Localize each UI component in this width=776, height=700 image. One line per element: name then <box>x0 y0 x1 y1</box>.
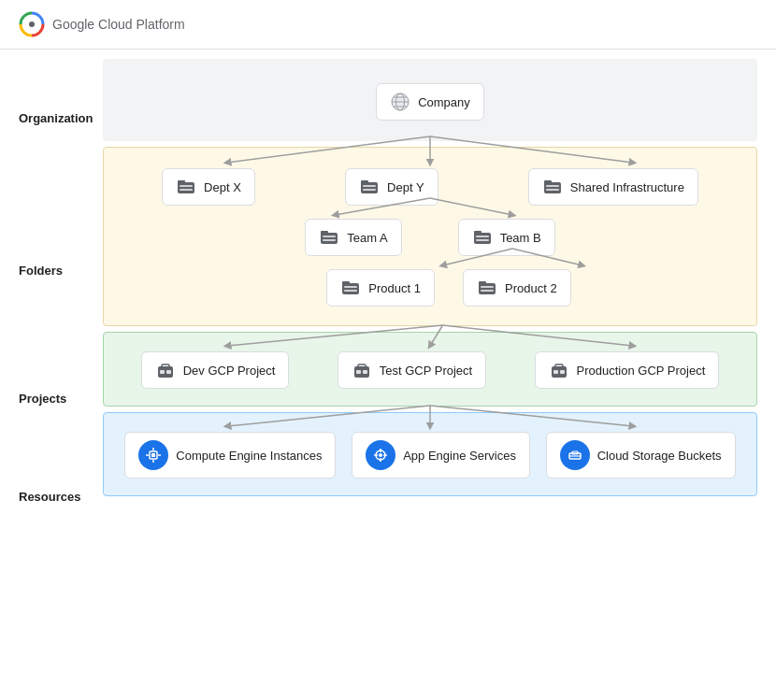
product-1-label: Product 1 <box>368 281 421 295</box>
appengine-label: App Engine Services <box>403 449 516 463</box>
dev-project-node: Dev GCP Project <box>141 351 290 389</box>
svg-rect-40 <box>479 281 486 285</box>
svg-rect-42 <box>481 290 494 292</box>
app-engine-icon <box>371 446 390 464</box>
appengine-resource-node: App Engine Services <box>352 432 530 479</box>
storage-icon <box>560 440 590 470</box>
diagram-wrapper: Company <box>103 59 757 496</box>
svg-rect-36 <box>342 281 350 285</box>
company-label: Company <box>418 95 470 109</box>
storage-resource-node: Cloud Storage Buckets <box>546 432 736 479</box>
briefcase-icon-3 <box>549 360 569 380</box>
product-2-label: Product 2 <box>505 281 557 295</box>
product-to-project-arrows <box>113 325 747 350</box>
projects-label: Projects <box>19 392 103 406</box>
test-project-node: Test GCP Project <box>338 351 486 389</box>
svg-rect-27 <box>323 236 336 237</box>
compute-label: Compute Engine Instances <box>176 449 322 463</box>
folder-icon-2 <box>359 177 380 197</box>
gcp-logo: Google Cloud Platform <box>19 11 185 37</box>
projects-section: Dev GCP Project Test GCP Project <box>103 332 757 407</box>
company-node: Company <box>376 83 484 121</box>
folder-icon-4 <box>319 227 339 248</box>
svg-line-24 <box>430 198 512 215</box>
folder-icon-5 <box>472 227 493 248</box>
svg-rect-49 <box>166 370 171 374</box>
svg-rect-28 <box>323 239 336 241</box>
svg-rect-52 <box>356 370 361 374</box>
svg-rect-48 <box>160 370 165 374</box>
dev-project-label: Dev GCP Project <box>183 364 276 378</box>
folder-icon-6 <box>340 278 361 298</box>
svg-rect-20 <box>544 180 552 184</box>
folders-section: Dept X Dept Y <box>103 147 757 326</box>
svg-point-2 <box>29 21 35 27</box>
storage-label: Cloud Storage Buckets <box>597 449 722 463</box>
svg-line-34 <box>512 249 582 265</box>
folder-icon-3 <box>542 177 563 197</box>
team-b-label: Team B <box>500 231 541 245</box>
svg-rect-32 <box>476 239 489 241</box>
diagram-area: Company <box>103 59 757 691</box>
logo-text: Google Cloud Platform <box>52 17 185 32</box>
team-to-product-arrows <box>113 249 747 269</box>
svg-line-58 <box>227 406 430 426</box>
dept-to-team-arrows <box>113 198 747 219</box>
product-1-node: Product 1 <box>326 269 435 307</box>
appengine-icon <box>366 440 395 470</box>
svg-rect-16 <box>361 180 368 184</box>
folders-label: Folders <box>19 264 103 278</box>
svg-rect-14 <box>180 189 193 191</box>
compute-icon <box>138 440 168 470</box>
header: Google Cloud Platform <box>0 0 776 50</box>
org-section: Company <box>103 59 757 141</box>
folder-icon <box>176 177 196 197</box>
briefcase-icon-2 <box>352 360 372 380</box>
test-project-label: Test GCP Project <box>380 364 472 378</box>
svg-line-43 <box>227 325 443 346</box>
svg-rect-18 <box>363 189 376 191</box>
svg-rect-37 <box>344 286 357 288</box>
svg-rect-63 <box>151 453 155 457</box>
svg-line-23 <box>335 198 430 215</box>
prod-project-label: Production GCP Project <box>577 364 706 378</box>
compute-resource-node: Compute Engine Instances <box>124 432 336 479</box>
svg-rect-30 <box>474 231 481 235</box>
team-a-label: Team A <box>347 231 387 245</box>
svg-line-44 <box>430 325 443 346</box>
svg-line-45 <box>443 325 633 346</box>
shared-infra-label: Shared Infrastructure <box>570 180 684 194</box>
svg-rect-57 <box>560 370 565 374</box>
svg-rect-56 <box>553 370 558 374</box>
svg-rect-12 <box>178 180 185 184</box>
svg-rect-26 <box>321 231 328 235</box>
compute-engine-icon <box>144 446 163 464</box>
svg-rect-38 <box>344 290 357 292</box>
resources-label: Resources <box>19 490 103 504</box>
project-to-resource-arrows <box>113 406 747 430</box>
svg-rect-13 <box>180 185 193 187</box>
svg-line-60 <box>430 406 633 426</box>
resources-section: Compute Engine Instances <box>103 412 757 496</box>
svg-rect-31 <box>476 236 489 237</box>
svg-rect-53 <box>363 370 367 374</box>
svg-rect-41 <box>481 286 494 288</box>
dept-y-label: Dept Y <box>387 180 424 194</box>
cloud-storage-icon <box>566 446 584 464</box>
svg-rect-22 <box>546 189 559 191</box>
globe-icon <box>390 92 410 112</box>
gcp-logo-icon <box>19 11 45 37</box>
folder-icon-7 <box>477 278 497 298</box>
labels-column: Organization Folders Projects Resources <box>19 59 103 691</box>
prod-project-node: Production GCP Project <box>535 351 720 389</box>
svg-rect-17 <box>363 185 376 187</box>
svg-line-33 <box>443 249 513 265</box>
svg-line-10 <box>430 136 633 163</box>
main-content: Organization Folders Projects Resources <box>0 50 776 700</box>
org-label: Organization <box>19 111 103 125</box>
svg-point-70 <box>379 453 382 457</box>
svg-line-8 <box>227 136 430 163</box>
org-to-folders-arrows <box>113 136 747 166</box>
product-2-node: Product 2 <box>463 269 571 307</box>
briefcase-icon <box>155 360 176 380</box>
